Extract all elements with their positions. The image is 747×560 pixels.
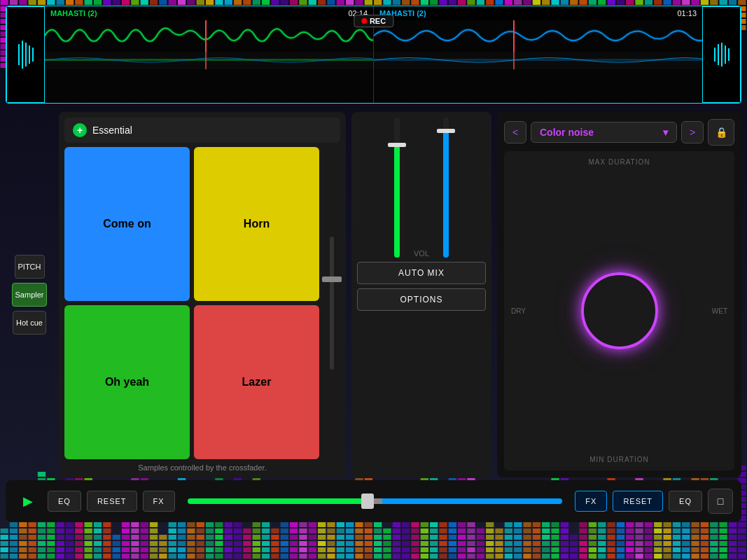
- fx-effect-name: Color noise: [540, 127, 594, 138]
- play-button-left[interactable]: ▶: [14, 487, 42, 515]
- eq-left-button[interactable]: EQ: [48, 491, 81, 512]
- essential-bar[interactable]: + Essential: [64, 118, 340, 143]
- fx-panel: < Color noise ▾ > 🔒 MAX DURATION MIN DUR…: [497, 112, 741, 477]
- tracks-area: MAHASTI (2) 02:14: [45, 6, 702, 103]
- fx-next-button[interactable]: >: [681, 121, 704, 144]
- right-waveform-icon[interactable]: [702, 6, 741, 103]
- fx-knob[interactable]: [581, 272, 658, 349]
- pad-come-on[interactable]: Come on: [64, 147, 190, 301]
- fader-group: VOL: [394, 118, 449, 258]
- left-waveform-area[interactable]: [45, 20, 373, 103]
- square-icon: □: [718, 496, 723, 507]
- pad-lazer[interactable]: Lazer: [194, 305, 319, 459]
- right-track-time: 01:13: [677, 9, 697, 18]
- left-track-name: MAHASTI (2): [50, 9, 97, 18]
- fx-prev-button[interactable]: <: [504, 121, 526, 144]
- fx-knob-area: MAX DURATION MIN DURATION DRY WET: [504, 151, 734, 470]
- square-button[interactable]: □: [708, 489, 733, 514]
- left-fader[interactable]: [394, 118, 400, 258]
- fx-max-duration-label: MAX DURATION: [589, 158, 650, 166]
- right-waveform-area[interactable]: [374, 20, 702, 103]
- reset-right-button[interactable]: RESET: [613, 491, 663, 512]
- fx-header: < Color noise ▾ > 🔒: [504, 119, 734, 146]
- play-icon: ▶: [23, 493, 33, 509]
- left-track-info: MAHASTI (2) 02:14: [45, 6, 373, 20]
- left-waveform-icon[interactable]: [6, 6, 45, 103]
- reset-left-button[interactable]: RESET: [87, 491, 137, 512]
- left-side-panel: PITCH Sampler Hot cue: [6, 112, 53, 477]
- pad-horn[interactable]: Horn: [194, 147, 319, 301]
- fx-dropdown-arrow: ▾: [663, 127, 668, 138]
- fx-dropdown[interactable]: Color noise ▾: [531, 122, 677, 143]
- fx-min-duration-label: MIN DURATION: [589, 456, 649, 463]
- mixer-panel: VOL AUTO MIX OPTIONS: [351, 112, 491, 477]
- pad-oh-yeah[interactable]: Oh yeah: [64, 305, 190, 459]
- fx-right-button[interactable]: FX: [575, 491, 607, 512]
- essential-label: Essential: [92, 125, 132, 136]
- sampler-fader[interactable]: [323, 147, 340, 459]
- fx-left-button[interactable]: FX: [143, 491, 175, 512]
- waveform-section: MAHASTI (2) 02:14: [6, 6, 741, 104]
- rec-dot: [361, 18, 367, 24]
- sampler-button[interactable]: Sampler: [12, 283, 48, 307]
- fx-wet-label: WET: [712, 307, 727, 315]
- auto-mix-button[interactable]: AUTO MIX: [357, 262, 486, 284]
- add-essential-icon: +: [73, 123, 87, 137]
- crossfader[interactable]: [188, 498, 563, 504]
- fx-dry-label: DRY: [511, 307, 526, 315]
- hot-cue-button[interactable]: Hot cue: [13, 311, 46, 335]
- options-button[interactable]: OPTIONS: [357, 288, 486, 311]
- sampler-panel: + Essential Come on Horn Oh yeah Lazer: [59, 112, 346, 477]
- left-track: MAHASTI (2) 02:14: [45, 6, 374, 103]
- sample-grid: Come on Horn Oh yeah Lazer: [64, 147, 319, 459]
- rec-label: REC: [370, 17, 386, 25]
- right-fader[interactable]: [443, 118, 449, 258]
- transport-bar: ▶ EQ RESET FX FX RESET EQ □: [6, 480, 741, 522]
- sampler-info-text: Samples controlled by the crossfader.: [64, 463, 340, 472]
- vol-label: VOL: [414, 249, 429, 258]
- eq-right-button[interactable]: EQ: [669, 491, 702, 512]
- right-track-info: MAHASTI (2) 01:13: [374, 6, 702, 20]
- lock-icon: 🔒: [715, 127, 727, 138]
- pitch-button[interactable]: PITCH: [15, 255, 45, 279]
- rec-button[interactable]: REC: [354, 15, 393, 27]
- right-overview-bar: [374, 52, 702, 69]
- crossfader-handle[interactable]: [361, 493, 374, 509]
- right-track: MAHASTI (2) 01:13: [374, 6, 702, 103]
- fx-lock-button[interactable]: 🔒: [708, 119, 734, 146]
- left-overview-bar: [45, 52, 373, 69]
